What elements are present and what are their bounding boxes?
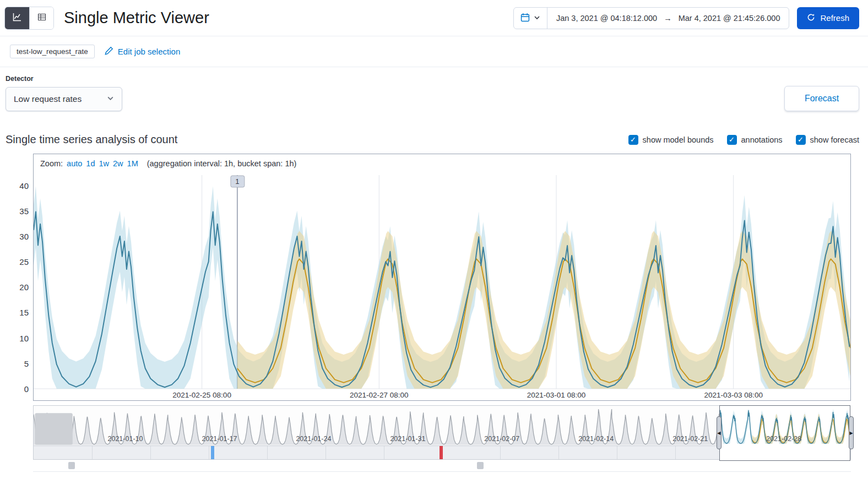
checkbox-show-model-bounds[interactable]: ✓ show model bounds: [628, 135, 714, 145]
series-title: Single time series analysis of count: [6, 133, 177, 146]
timerange-brush[interactable]: 2021-02-28: [719, 405, 850, 461]
svg-text:0: 0: [24, 384, 29, 394]
job-selection-row: test-low_request_rate Edit job selection: [0, 36, 868, 67]
swimlane-cell-border: [150, 446, 151, 459]
app-header: Single Metric Viewer Jan 3, 2021 @ 04:18…: [0, 0, 868, 36]
zoom-option-auto[interactable]: auto: [67, 159, 82, 168]
swimlane-cell-border: [675, 446, 676, 459]
detector-label: Detector: [6, 75, 868, 83]
checkbox-label: show forecast: [810, 135, 859, 144]
svg-text:2021-02-21: 2021-02-21: [672, 435, 708, 443]
checkbox-checked-icon: ✓: [727, 135, 737, 145]
svg-text:35: 35: [19, 206, 29, 216]
svg-text:2021-02-07: 2021-02-07: [484, 435, 519, 443]
edit-job-selection-link[interactable]: Edit job selection: [105, 46, 180, 57]
brush-handle-left[interactable]: ◀: [717, 416, 721, 449]
svg-text:2021-03-03 08:00: 2021-03-03 08:00: [704, 391, 763, 399]
triangle-right-icon: ▶: [849, 431, 853, 436]
start-date[interactable]: Jan 3, 2021 @ 04:18:12.000: [556, 14, 657, 23]
svg-text:2021-02-25 08:00: 2021-02-25 08:00: [172, 391, 231, 399]
swimlane-cell-border: [500, 446, 501, 459]
page-title: Single Metric Viewer: [64, 9, 209, 27]
svg-text:2021-02-27 08:00: 2021-02-27 08:00: [350, 391, 409, 399]
table-icon: [37, 13, 46, 23]
svg-text:5: 5: [24, 359, 29, 368]
checkbox-label: annotations: [741, 135, 783, 144]
refresh-label: Refresh: [820, 13, 849, 23]
arrow-right-icon: →: [664, 14, 672, 23]
swimlane-cell-border: [617, 446, 617, 459]
swimlane-anomaly-marker[interactable]: [440, 446, 443, 459]
context-area: 2021-01-102021-01-172021-01-242021-01-31…: [33, 405, 851, 472]
zoom-prefix: Zoom:: [40, 159, 63, 168]
job-badge: test-low_request_rate: [10, 45, 95, 58]
chart-panel: Zoom: auto 1d 1w 2w 1M (aggregation inte…: [33, 154, 851, 401]
svg-text:2021-01-10: 2021-01-10: [108, 435, 143, 443]
svg-text:2021-03-01 08:00: 2021-03-01 08:00: [527, 391, 586, 399]
chart-view-button[interactable]: [5, 7, 29, 29]
svg-text:2021-02-28: 2021-02-28: [766, 435, 801, 443]
checkbox-annotations[interactable]: ✓ annotations: [727, 135, 783, 145]
swimlane-cell-border: [267, 446, 268, 459]
svg-text:1: 1: [235, 177, 239, 186]
chart-line-icon: [13, 13, 21, 23]
checkbox-show-forecast[interactable]: ✓ show forecast: [796, 135, 859, 145]
zoom-option-1d[interactable]: 1d: [86, 159, 95, 168]
svg-text:30: 30: [19, 232, 29, 241]
brush-chart: 2021-02-28: [720, 406, 850, 446]
zoom-bar: Zoom: auto 1d 1w 2w 1M (aggregation inte…: [34, 154, 850, 173]
date-quick-select[interactable]: [514, 8, 547, 29]
swimlane-cell-border: [558, 446, 559, 459]
svg-text:2021-01-24: 2021-01-24: [296, 435, 331, 443]
zoom-option-1M[interactable]: 1M: [127, 159, 138, 168]
svg-text:10: 10: [19, 334, 29, 343]
detector-row: Low request rates Forecast: [0, 86, 868, 111]
chevron-down-icon: [107, 94, 114, 104]
annotations-row: [33, 460, 851, 472]
svg-text:2021-02-14: 2021-02-14: [578, 435, 614, 443]
series-header-row: Single time series analysis of count ✓ s…: [0, 133, 868, 146]
calendar-icon: [520, 13, 530, 24]
header-right: Jan 3, 2021 @ 04:18:12.000 → Mar 4, 2021…: [513, 7, 859, 29]
date-picker[interactable]: Jan 3, 2021 @ 04:18:12.000 → Mar 4, 2021…: [513, 7, 790, 29]
refresh-button[interactable]: Refresh: [797, 7, 859, 29]
single-metric-viewer-page: Single Metric Viewer Jan 3, 2021 @ 04:18…: [0, 0, 868, 484]
swimlane-anomaly-marker[interactable]: [211, 446, 214, 459]
brush-handle-right[interactable]: ▶: [849, 416, 854, 449]
annotation-mark[interactable]: [477, 462, 484, 469]
svg-text:20: 20: [19, 282, 29, 292]
main-chart-area: 0510152025303540 Zoom: auto 1d 1w 2w 1M …: [6, 154, 862, 401]
end-date[interactable]: Mar 4, 2021 @ 21:45:26.000: [679, 14, 780, 23]
zoom-option-1w[interactable]: 1w: [99, 159, 109, 168]
detector-select[interactable]: Low request rates: [6, 87, 122, 111]
swimlane-cell-border: [92, 446, 93, 459]
checkbox-checked-icon: ✓: [628, 135, 638, 145]
swimlane-cell-border: [384, 446, 384, 459]
triangle-left-icon: ◀: [717, 431, 720, 436]
refresh-icon: [807, 13, 815, 23]
svg-text:2021-01-17: 2021-01-17: [202, 435, 237, 443]
svg-text:25: 25: [19, 257, 29, 267]
svg-text:2021-01-31: 2021-01-31: [390, 435, 425, 443]
svg-text:15: 15: [19, 308, 29, 317]
table-view-button[interactable]: [29, 7, 53, 29]
zoom-option-2w[interactable]: 2w: [113, 159, 123, 168]
checkbox-label: show model bounds: [643, 135, 714, 144]
y-axis: 0510152025303540: [6, 173, 31, 401]
checkbox-checked-icon: ✓: [796, 135, 806, 145]
edit-link-label: Edit job selection: [118, 47, 180, 56]
svg-text:40: 40: [19, 181, 29, 191]
checkbox-group: ✓ show model bounds ✓ annotations ✓ show…: [628, 135, 859, 145]
detector-selected-value: Low request rates: [14, 94, 82, 104]
view-toggle-group: [4, 7, 54, 30]
forecast-button[interactable]: Forecast: [784, 86, 859, 111]
swimlane-cell-border: [209, 446, 209, 459]
pencil-icon: [105, 46, 113, 57]
swimlane-cell-border: [326, 446, 326, 459]
main-timeseries-chart[interactable]: 12021-02-25 08:002021-02-27 08:002021-03…: [34, 173, 850, 400]
aggregation-info: (aggregation interval: 1h, bucket span: …: [147, 159, 297, 168]
date-range: Jan 3, 2021 @ 04:18:12.000 → Mar 4, 2021…: [547, 14, 789, 23]
annotation-mark[interactable]: [68, 462, 75, 469]
chevron-down-icon: [534, 14, 540, 23]
